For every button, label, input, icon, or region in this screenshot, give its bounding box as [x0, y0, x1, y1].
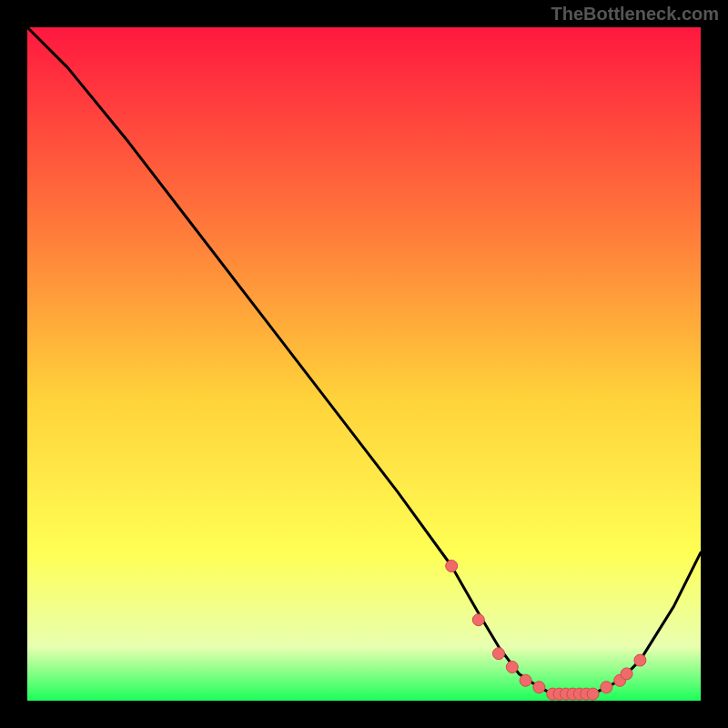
watermark-text: TheBottleneck.com [551, 4, 719, 25]
marker-dot [446, 561, 458, 572]
marker-dot [472, 614, 484, 626]
marker-dot [621, 668, 632, 680]
marker-dot [601, 682, 612, 693]
marker-dot [634, 654, 646, 666]
marker-dot [587, 688, 599, 700]
bottleneck-chart-svg [0, 0, 728, 728]
chart-frame: TheBottleneck.com [0, 0, 728, 728]
marker-dot [506, 662, 518, 673]
marker-dot [493, 648, 505, 660]
plot-area [27, 27, 701, 701]
marker-dot [533, 682, 545, 693]
marker-dot [520, 674, 531, 686]
